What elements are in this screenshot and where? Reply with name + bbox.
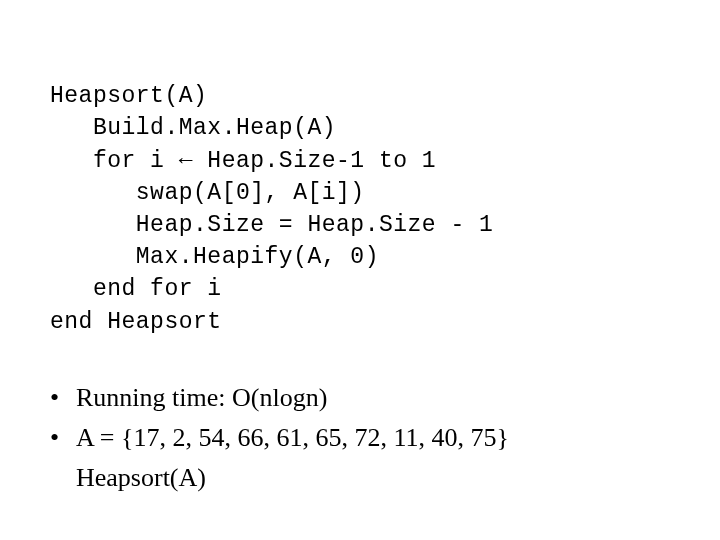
code-line: Heapsort(A) xyxy=(50,83,207,109)
code-line: Build.Max.Heap(A) xyxy=(50,115,336,141)
bullet-item: • Running time: O(nlogn) xyxy=(50,378,670,418)
bullet-text: A = {17, 2, 54, 66, 61, 65, 72, 11, 40, … xyxy=(76,418,670,458)
bullet-item: • A = {17, 2, 54, 66, 61, 65, 72, 11, 40… xyxy=(50,418,670,458)
slide: Heapsort(A) Build.Max.Heap(A) for i ← He… xyxy=(0,0,720,499)
bullet-text: Running time: O(nlogn) xyxy=(76,378,670,418)
bullet-continuation: Heapsort(A) xyxy=(50,458,670,498)
code-line: end for i xyxy=(50,276,222,302)
pseudocode-block: Heapsort(A) Build.Max.Heap(A) for i ← He… xyxy=(50,48,670,338)
code-line: Max.Heapify(A, 0) xyxy=(50,244,379,270)
code-line: end Heapsort xyxy=(50,309,222,335)
bullet-icon: • xyxy=(50,418,76,458)
bullet-list: • Running time: O(nlogn) • A = {17, 2, 5… xyxy=(50,378,670,499)
code-line: swap(A[0], A[i]) xyxy=(50,180,365,206)
code-line: Heap.Size = Heap.Size - 1 xyxy=(50,212,493,238)
code-line: for i ← Heap.Size-1 to 1 xyxy=(50,148,436,174)
bullet-icon: • xyxy=(50,378,76,418)
bullet-text: Heapsort(A) xyxy=(76,463,206,492)
